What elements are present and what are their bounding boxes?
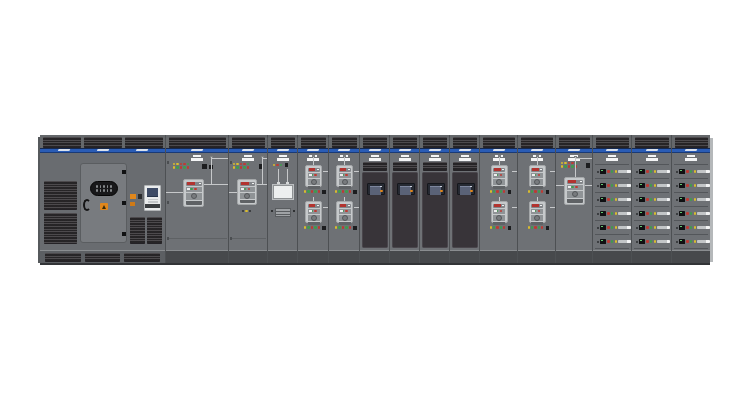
cabinet-door xyxy=(392,172,418,248)
withdrawable-unit xyxy=(674,165,708,179)
bolt xyxy=(271,210,273,212)
hmi-meter xyxy=(144,185,161,211)
red-indicator-light xyxy=(500,210,502,212)
green-indicator-light xyxy=(690,240,692,242)
red-indicator-light xyxy=(686,240,688,242)
air-circuit-breaker xyxy=(491,201,508,223)
green-indicator-light xyxy=(247,163,249,165)
red-indicator-light xyxy=(571,162,573,164)
green-indicator-light xyxy=(280,164,282,166)
section-control-door-c xyxy=(419,135,449,263)
yellow-indicator-light xyxy=(233,163,235,165)
green-indicator-light xyxy=(187,163,189,165)
section-control-door-d xyxy=(449,135,479,263)
vent-grille xyxy=(675,137,708,148)
yellow-indicator-light xyxy=(173,163,175,165)
brand-logo xyxy=(337,149,350,151)
withdrawable-unit xyxy=(674,207,708,221)
roof-vent-row xyxy=(166,135,228,148)
red-indicator-light xyxy=(534,226,536,228)
cabinet-door xyxy=(422,172,448,248)
withdrawable-unit xyxy=(595,221,629,235)
breaker-face xyxy=(493,179,505,185)
vent-grille xyxy=(453,137,477,148)
yellow-indicator-light xyxy=(528,226,530,228)
yellow-indicator-light xyxy=(561,162,563,164)
mcc-drawers-a-front xyxy=(593,153,631,250)
section-main-incomer xyxy=(40,135,165,263)
breaker-trip-unit xyxy=(531,204,543,209)
withdrawable-unit xyxy=(634,207,669,221)
roof-vent-row xyxy=(360,135,389,148)
control-switch xyxy=(138,194,143,199)
mimic-line xyxy=(257,184,267,185)
green-indicator-light xyxy=(650,226,652,228)
red-indicator-light xyxy=(183,163,185,165)
unit-handle xyxy=(697,212,710,216)
plinth xyxy=(593,250,631,263)
yellow-indicator-light xyxy=(561,165,563,167)
unit-handle xyxy=(657,170,670,174)
door-seam xyxy=(168,238,227,239)
yellow-indicator-light xyxy=(528,190,530,192)
unit-latch xyxy=(597,171,599,173)
green-indicator-light xyxy=(690,226,692,228)
unit-latch xyxy=(676,213,678,215)
mimic-line xyxy=(166,192,183,193)
green-indicator-light xyxy=(690,198,692,200)
withdrawable-unit xyxy=(674,221,708,235)
unit-meter xyxy=(639,197,645,202)
mimic-line xyxy=(211,158,228,159)
green-indicator-light xyxy=(571,165,573,167)
cabinet-door xyxy=(452,172,478,248)
air-circuit-breaker xyxy=(529,201,546,223)
yellow-indicator-light xyxy=(615,198,617,200)
indicator-row xyxy=(304,226,326,230)
indicator-row xyxy=(528,190,550,194)
hinge xyxy=(230,161,232,164)
withdrawable-unit xyxy=(634,193,669,207)
red-indicator-light xyxy=(646,226,648,228)
section-mcc-drawers-b xyxy=(631,135,671,263)
drawer-stack xyxy=(595,164,629,249)
green-indicator-light xyxy=(650,198,652,200)
red-indicator-light xyxy=(342,190,344,192)
nameplate xyxy=(606,155,618,162)
section-stacked-feeders-d xyxy=(517,135,555,263)
vent-grille xyxy=(423,137,447,148)
control-switch xyxy=(353,226,357,230)
warning-triangle-icon xyxy=(102,205,106,209)
red-indicator-light xyxy=(538,210,540,212)
feeder-acb-b-front xyxy=(229,153,267,250)
roof-vent-row xyxy=(480,135,517,148)
nameplate xyxy=(242,155,254,162)
door-seam xyxy=(231,238,266,239)
hmi-display xyxy=(427,183,445,195)
green-indicator-light xyxy=(307,226,309,228)
yellow-indicator-light xyxy=(694,240,696,242)
nameplate xyxy=(685,155,697,162)
roof-vent-row xyxy=(556,135,592,148)
red-indicator-light xyxy=(500,174,502,176)
plinth xyxy=(360,250,389,263)
vent-grille xyxy=(521,137,553,148)
breaker-face xyxy=(308,215,320,221)
breaker-face xyxy=(531,179,543,185)
control-switch xyxy=(546,190,550,194)
section-control-door-b xyxy=(389,135,419,263)
unit-handle xyxy=(697,170,710,174)
green-indicator-light xyxy=(611,198,613,200)
unit-handle xyxy=(618,170,631,174)
green-indicator-light xyxy=(690,170,692,172)
section-stacked-feeders-c xyxy=(479,135,517,263)
yellow-indicator-light xyxy=(173,166,175,168)
withdrawable-unit xyxy=(674,193,708,207)
brand-logo xyxy=(190,149,203,151)
control-switch xyxy=(586,163,590,168)
red-indicator-light xyxy=(686,198,688,200)
red-indicator-light xyxy=(686,212,688,214)
red-indicator-light xyxy=(646,184,648,186)
red-indicator-light xyxy=(607,212,609,214)
roof-vent-row xyxy=(298,135,328,148)
control-door-a-front xyxy=(360,153,389,250)
